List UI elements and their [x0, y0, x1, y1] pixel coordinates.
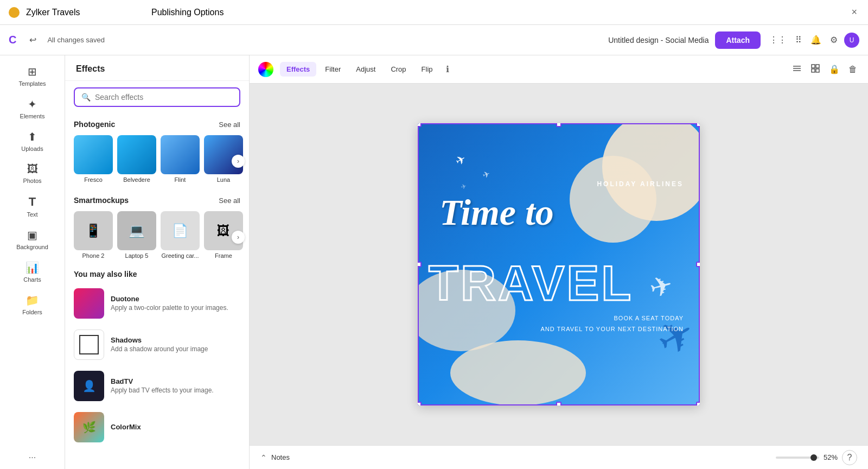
filter-fresco[interactable]: Fresco: [74, 135, 113, 183]
effect-badtv[interactable]: 👤 BadTV Apply bad TV effects to your ima…: [65, 365, 249, 407]
right-panel: Effects Filter Adjust Crop Flip ℹ 🔒 🗑: [250, 55, 868, 469]
handle-right-mid[interactable]: [696, 262, 700, 267]
badtv-name: BadTV: [111, 377, 240, 385]
handle-bottom-left[interactable]: [418, 402, 422, 405]
phone2-label: Phone 2: [82, 252, 105, 259]
sidebar-item-folders[interactable]: 📁 Folders: [0, 288, 65, 321]
design-canvas[interactable]: ✈ ✈ ✈ HOLIDAY AIRLINES Time to TRAVEL ✈ …: [418, 123, 700, 405]
avatar-button[interactable]: U: [844, 33, 859, 48]
background-label: Background: [16, 244, 48, 250]
charts-icon: 📊: [25, 261, 39, 274]
smartmockups-scroll-arrow[interactable]: ›: [232, 231, 245, 244]
photogenic-title: Photogenic: [74, 120, 115, 129]
photogenic-filters-row: Fresco Belvedere Flint Luna ›: [65, 133, 249, 189]
canva-logo-icon: C: [9, 34, 16, 46]
crop-tool-button[interactable]: Crop: [384, 62, 412, 77]
colormix-info: ColorMix: [111, 423, 240, 432]
sidebar-item-elements[interactable]: ✦ Elements: [0, 92, 65, 125]
mockup-laptop5[interactable]: 💻 Laptop 5: [117, 211, 156, 259]
delete-button[interactable]: 🗑: [846, 62, 859, 77]
badtv-info: BadTV Apply bad TV effects to your image…: [111, 377, 240, 395]
photogenic-scroll-arrow[interactable]: ›: [232, 155, 245, 168]
selection-box: [418, 123, 700, 405]
sidebar-more-button[interactable]: ···: [22, 446, 42, 469]
zoom-bar: 52% ?: [776, 450, 857, 465]
notes-bar: ⌃ Notes 52% ?: [250, 445, 868, 469]
adjust-tool-button[interactable]: Adjust: [349, 62, 382, 77]
help-button[interactable]: ?: [842, 450, 857, 465]
notes-chevron-up[interactable]: ⌃: [260, 453, 267, 462]
sidebar-item-background[interactable]: ▣ Background: [0, 223, 65, 256]
smartmockups-title: Smartmockups: [74, 196, 129, 205]
flip-tool-button[interactable]: Flip: [415, 62, 439, 77]
filter-belvedere[interactable]: Belvedere: [117, 135, 156, 183]
uploads-icon: ⬆: [28, 130, 37, 143]
sidebar-item-photos[interactable]: 🖼 Photos: [0, 157, 65, 189]
effects-search-input[interactable]: [95, 93, 233, 102]
effect-shadows[interactable]: Shadows Add a shadow around your image: [65, 324, 249, 365]
laptop5-thumb: 💻: [117, 211, 156, 250]
canva-main: ⊞ Templates ✦ Elements ⬆ Uploads 🖼 Photo…: [0, 55, 868, 469]
publish-close-button[interactable]: ×: [851, 7, 857, 18]
text-icon: T: [29, 195, 36, 209]
attach-button[interactable]: Attach: [715, 31, 761, 49]
badtv-desc: Apply bad TV effects to your image.: [111, 386, 240, 395]
grid-view-button[interactable]: [808, 61, 822, 78]
smartmockups-row: 📱 Phone 2 💻 Laptop 5 📄 Greeting car... 🖼…: [65, 209, 249, 265]
effects-tool-button[interactable]: Effects: [280, 62, 316, 77]
sidebar-item-uploads[interactable]: ⬆ Uploads: [0, 125, 65, 157]
bell-button[interactable]: 🔔: [808, 33, 824, 47]
handle-top-mid[interactable]: [556, 123, 561, 127]
fresco-label: Fresco: [84, 176, 103, 183]
filter-flint[interactable]: Flint: [161, 135, 200, 183]
settings-button[interactable]: ⚙: [828, 33, 840, 47]
lock-button[interactable]: 🔒: [827, 62, 842, 77]
mockup-greeting[interactable]: 📄 Greeting car...: [161, 211, 200, 259]
colormix-name: ColorMix: [111, 423, 240, 431]
svg-rect-4: [816, 65, 819, 68]
fresco-thumb: [74, 135, 113, 174]
filter-tool-button[interactable]: Filter: [318, 62, 347, 77]
smartmockups-see-all-button[interactable]: See all: [219, 197, 240, 205]
undo-button[interactable]: ↩: [27, 33, 39, 47]
effect-colormix[interactable]: 🌿 ColorMix: [65, 407, 249, 448]
duotone-thumb: [74, 288, 104, 319]
filter-lines-button[interactable]: [790, 61, 804, 78]
publish-window-header: Publishing Options ×: [141, 0, 868, 25]
charts-label: Charts: [23, 276, 41, 283]
effect-duotone[interactable]: Duotone Apply a two-color palette to you…: [65, 283, 249, 324]
handle-left-mid[interactable]: [418, 262, 422, 267]
text-label: Text: [27, 211, 37, 218]
notes-label: Notes: [271, 453, 771, 461]
uploads-label: Uploads: [21, 145, 43, 152]
handle-top-left[interactable]: [418, 123, 422, 127]
sidebar-item-charts[interactable]: 📊 Charts: [0, 256, 65, 288]
sidebar-item-templates[interactable]: ⊞ Templates: [0, 60, 65, 92]
also-like-title: You may also like: [65, 265, 249, 283]
info-button[interactable]: ℹ: [444, 62, 451, 77]
background-icon: ▣: [27, 229, 37, 242]
shadows-thumb: [74, 329, 104, 360]
color-wheel-button[interactable]: [258, 62, 273, 77]
dots-grid-button[interactable]: ⠿: [793, 33, 804, 47]
mockup-phone2[interactable]: 📱 Phone 2: [74, 211, 113, 259]
flint-label: Flint: [175, 176, 186, 183]
zoom-percentage: 52%: [824, 453, 838, 461]
handle-bottom-right[interactable]: [696, 402, 700, 405]
handle-bottom-mid[interactable]: [556, 402, 561, 405]
bg-app-title: Zylker Travels: [26, 8, 80, 17]
photos-label: Photos: [23, 178, 41, 184]
templates-label: Templates: [18, 80, 46, 87]
effects-panel-title: Effects: [65, 55, 249, 81]
handle-top-right[interactable]: [696, 123, 700, 127]
grid-icon-button[interactable]: ⋮⋮: [767, 33, 789, 47]
photogenic-section-header: Photogenic See all: [65, 113, 249, 133]
phone2-thumb: 📱: [74, 211, 113, 250]
zoom-thumb: [810, 454, 817, 461]
photogenic-see-all-button[interactable]: See all: [219, 121, 240, 129]
publish-title: Publishing Options: [151, 8, 224, 17]
effects-search-box[interactable]: 🔍: [74, 87, 240, 107]
sidebar-item-text[interactable]: T Text: [0, 189, 65, 223]
toolbar-icons: ⋮⋮ ⠿ 🔔 ⚙ U: [767, 33, 859, 48]
zoom-slider[interactable]: [776, 457, 819, 459]
